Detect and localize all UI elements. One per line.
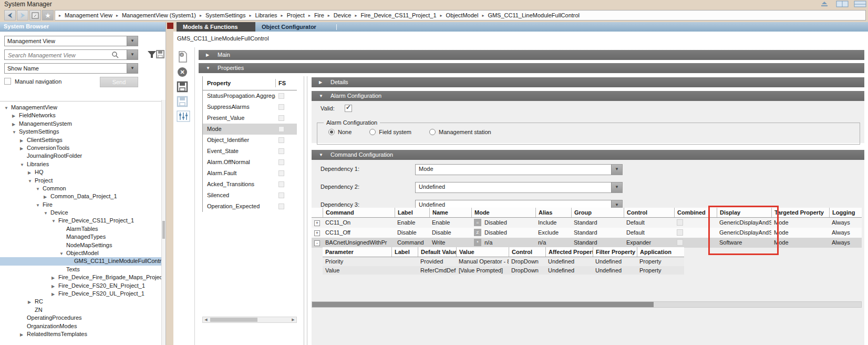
chevron-down-icon[interactable]: ▼ — [611, 182, 622, 192]
property-row[interactable]: Acked_Transitions — [203, 179, 297, 190]
tree-item[interactable]: ▶ClientSettings — [0, 136, 162, 144]
radio-management-station[interactable]: Management station — [429, 129, 491, 135]
section-details[interactable]: ▶Details — [312, 77, 864, 87]
tree-expanded-icon[interactable]: ▼ — [36, 185, 43, 193]
display-mode-selector[interactable]: Show Name ▼ — [4, 63, 138, 74]
tree-expanded-icon[interactable]: ▼ — [28, 177, 35, 185]
search-icon[interactable] — [111, 51, 119, 59]
tree-expanded-icon[interactable]: ▼ — [51, 217, 58, 225]
breadcrumb-item[interactable]: Fire_Device_CS11_Project_1 — [361, 12, 437, 18]
fs-checkbox[interactable] — [278, 93, 284, 99]
save-search-icon[interactable] — [156, 50, 165, 59]
combined-checkbox[interactable] — [677, 239, 683, 246]
tree-collapsed-icon[interactable]: ▶ — [51, 274, 58, 282]
tree-item[interactable]: Texts — [0, 266, 162, 273]
property-row[interactable]: Object_Identifier — [203, 135, 297, 146]
breadcrumb-item[interactable]: Management View — [65, 12, 112, 18]
command-area-hscrollbar[interactable] — [312, 301, 862, 308]
breadcrumb-item[interactable]: Device — [334, 12, 352, 18]
chevron-down-icon[interactable]: ▼ — [127, 36, 138, 46]
tree-item[interactable]: OrganizationModes — [0, 322, 162, 330]
tree-collapsed-icon[interactable]: ▶ — [20, 137, 27, 145]
breadcrumb-item[interactable]: SystemSettings — [205, 12, 245, 18]
favorites-button[interactable]: ★ — [42, 10, 54, 21]
breadcrumb-item[interactable]: Project — [287, 12, 305, 18]
send-button[interactable]: Send — [100, 77, 138, 87]
tree-collapsed-icon[interactable]: ▶ — [44, 193, 50, 201]
section-properties[interactable]: ▼Properties — [199, 63, 864, 73]
tree-item[interactable]: AlarmTables — [0, 225, 162, 233]
breadcrumb-item[interactable]: GMS_CC11_LineModuleFullControl — [488, 12, 580, 18]
tree-expanded-icon[interactable]: ▼ — [59, 250, 66, 258]
tree-item[interactable]: ▶HQ — [0, 168, 162, 176]
tree-item[interactable]: NodeMapSettings — [0, 241, 162, 249]
panel-splitter[interactable] — [304, 76, 307, 345]
tree-collapsed-icon[interactable]: ▶ — [20, 145, 27, 153]
scrollbar-thumb[interactable] — [312, 302, 654, 307]
tree-expanded-icon[interactable]: ▼ — [44, 209, 50, 217]
back-button[interactable]: ⮜ — [4, 10, 16, 21]
view-selector[interactable]: Management View ▼ — [4, 36, 138, 46]
tree-collapsed-icon[interactable]: ▶ — [20, 331, 27, 339]
command-row[interactable]: +CC11_OffDisableDisable≠DisabledExcludeS… — [312, 228, 862, 238]
tree-expanded-icon[interactable]: ▼ — [4, 104, 11, 112]
fs-checkbox[interactable] — [278, 181, 284, 187]
command-row[interactable]: +CC11_OnEnableEnable=DisabledIncludeStan… — [312, 218, 862, 228]
expand-plus-icon[interactable]: + — [314, 220, 320, 226]
property-row[interactable]: StatusPropagation.Aggregat — [203, 90, 297, 102]
search-input[interactable] — [7, 50, 111, 59]
breadcrumb[interactable]: ▸Management View▸ManagementView (System1… — [55, 10, 866, 21]
scroll-left-arrow-icon[interactable]: ◀ — [203, 317, 209, 322]
tree-expanded-icon[interactable]: ▼ — [20, 161, 27, 169]
tree-collapsed-icon[interactable]: ▶ — [51, 282, 58, 290]
tree-item[interactable]: ▼Fire — [0, 201, 162, 209]
tree-item[interactable]: ▼ManagementView — [0, 104, 162, 111]
property-row[interactable]: Operation_Expected — [203, 201, 297, 212]
dependency-combobox[interactable]: Mode▼ — [415, 164, 623, 175]
new-document-icon[interactable]: + — [177, 50, 189, 63]
fs-checkbox[interactable] — [278, 170, 284, 176]
property-row[interactable]: Present_Value — [203, 113, 297, 124]
layout-columns-icon[interactable] — [836, 1, 849, 7]
save-as-icon[interactable] — [177, 96, 189, 108]
section-alarm-configuration[interactable]: ▼Alarm Configuration — [312, 91, 864, 101]
breadcrumb-item[interactable]: Libraries — [255, 12, 277, 18]
breadcrumb-item[interactable]: ObjectModel — [446, 12, 479, 18]
tree-item[interactable]: ▶FieldNetworks — [0, 111, 162, 119]
recent-node-button[interactable] — [29, 10, 41, 21]
tree-item[interactable]: ▶RC — [0, 298, 162, 306]
save-icon[interactable] — [177, 81, 189, 94]
tab-models-functions[interactable]: Models & Functions — [177, 22, 255, 32]
forward-button[interactable]: ⮞ — [17, 10, 28, 21]
property-row[interactable]: Alarm.OffNormal — [203, 157, 297, 168]
tree-scrollbar[interactable] — [161, 100, 166, 345]
tree-item[interactable]: ▼Fire_Device_CS11_Project_1 — [0, 217, 162, 225]
collapse-icon[interactable] — [818, 1, 831, 7]
fs-checkbox[interactable] — [278, 204, 284, 209]
property-list-hscrollbar[interactable]: ◀ ▶ — [202, 317, 297, 323]
property-row[interactable]: Mode — [203, 124, 297, 135]
tree-item[interactable]: ▼SystemSettings — [0, 128, 162, 136]
tree-item[interactable]: ManagedTypes — [0, 233, 162, 241]
tree-collapsed-icon[interactable]: ▶ — [28, 298, 35, 306]
search-options-chevron-icon[interactable]: ▼ — [127, 50, 138, 59]
breadcrumb-item[interactable]: ManagementView (System1) — [122, 12, 196, 18]
tree-item[interactable]: ▶ConversionTools — [0, 144, 162, 152]
valid-checkbox[interactable]: ✓ — [345, 105, 352, 112]
combined-checkbox[interactable] — [677, 229, 683, 236]
tree-item[interactable]: ▶Fire_Device_Fire_Brigade_Maps_Project_1 — [0, 273, 162, 281]
property-row[interactable]: SuppressAlarms — [203, 102, 297, 113]
tree-item[interactable]: ▶RelatedItemsTemplates — [0, 330, 162, 338]
fs-checkbox[interactable] — [278, 115, 284, 121]
tree-collapsed-icon[interactable]: ▶ — [51, 290, 58, 298]
tree-item[interactable]: ZN — [0, 306, 162, 314]
scrollbar-thumb[interactable] — [210, 318, 257, 322]
filter-icon[interactable] — [147, 50, 157, 59]
scroll-right-arrow-icon[interactable]: ▶ — [290, 317, 296, 322]
fs-checkbox[interactable] — [278, 148, 284, 154]
tab-object-configurator[interactable]: Object Configurator — [255, 22, 328, 32]
radio-none[interactable]: None — [328, 129, 352, 135]
parameter-row[interactable]: ValueReferCmdDef[Value Prompted]DropDown… — [323, 266, 684, 275]
command-row[interactable]: -BACnetUnsignedWithPrCommandWrite*n/an/a… — [312, 238, 862, 248]
filter-settings-icon[interactable] — [177, 110, 189, 123]
